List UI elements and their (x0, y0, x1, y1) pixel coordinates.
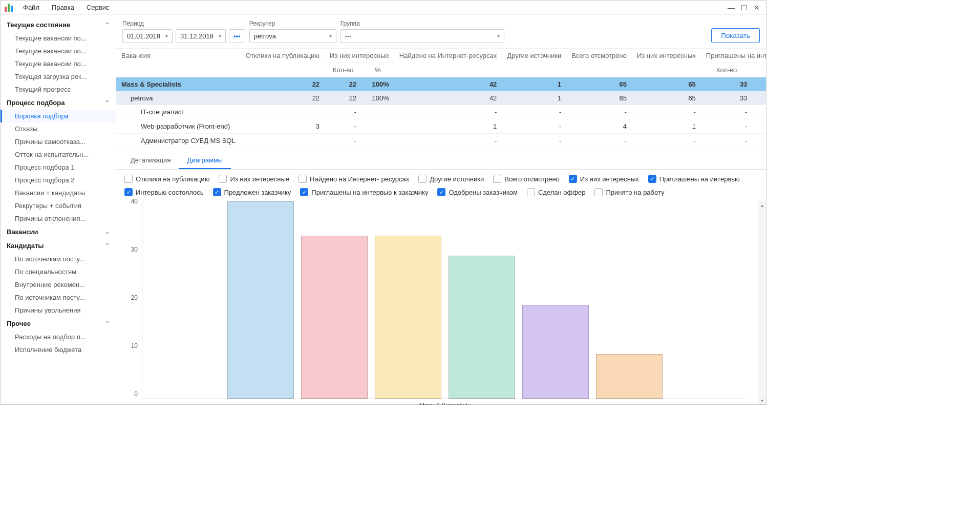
checkbox-icon (418, 175, 427, 183)
chart-plot: Mass & Specialists (142, 201, 748, 399)
recruiter-value: petrova (254, 32, 276, 40)
checkbox-label: Другие источники (430, 175, 484, 183)
chart-bar (227, 201, 294, 399)
sub-pct: % (752, 63, 766, 77)
checkbox-icon (594, 188, 603, 196)
sidebar-item[interactable]: Внутренние рекомен... (1, 278, 116, 291)
series-checkbox[interactable]: Сделан оффер (527, 188, 585, 196)
checkbox-label: Из них интересных (580, 175, 639, 183)
sidebar-item-funnel[interactable]: Воронка подбора (1, 110, 116, 122)
col-other: Другие источники (502, 49, 566, 77)
y-tick-label: 10 (131, 342, 138, 349)
series-checkbox[interactable]: Из них интересные (219, 175, 289, 183)
table-row[interactable]: Mass & Specialists2222100%42165653350%33 (116, 77, 766, 92)
sidebar-group-current[interactable]: Текущее состояние ⌃ (1, 18, 116, 32)
sidebar-item[interactable]: Причины самоотказа... (1, 135, 116, 148)
caret-down-icon: ▾ (329, 33, 332, 39)
recruiter-label: Рекрутер (249, 20, 336, 27)
sidebar-group-label: Прочее (7, 320, 31, 327)
checkbox-icon (124, 175, 133, 183)
checkbox-label: Приглашены на интервью к заказчику (311, 189, 428, 196)
table-row[interactable]: Администратор СУБД MS SQL------- (116, 134, 766, 148)
series-checkbox[interactable]: ✓Приглашены на интервью к заказчику (300, 188, 428, 196)
sidebar-item[interactable]: По источникам посту... (1, 253, 116, 265)
filter-bar: Период 01.01.2018 ▾ 31.12.2018 ▾ ••• (116, 15, 766, 48)
checkbox-label: Одобрены заказчиком (449, 189, 518, 196)
sidebar-item[interactable]: Исполнение бюджета (1, 343, 116, 356)
table-row[interactable]: Web-разработчик (Front-end)3-1-41-- (116, 119, 766, 134)
sidebar-item[interactable]: Текущая загрузка рек... (1, 70, 116, 83)
sidebar-item[interactable]: Причины увольнения (1, 304, 116, 317)
app-logo-icon (5, 4, 13, 12)
sidebar-item[interactable]: Отток на испытательн... (1, 148, 116, 161)
series-checkbox[interactable]: Принято на работу (594, 188, 664, 196)
sidebar-group-label: Кандидаты (7, 242, 44, 250)
series-checkbox[interactable]: ✓Приглашены на интервью (648, 175, 740, 183)
window-maximize-icon[interactable]: ☐ (741, 4, 748, 12)
series-checkbox[interactable]: Найдено на Интернет- ресурсах (299, 175, 409, 183)
sidebar-item[interactable]: Вакансии + кандидаты (1, 187, 116, 199)
sidebar-item[interactable]: Текущий прогресс (1, 83, 116, 96)
series-checkbox[interactable]: Всего отсмотрено (493, 175, 560, 183)
table-row[interactable]: IT-специалист------- (116, 105, 766, 119)
period-more-button[interactable]: ••• (229, 29, 245, 43)
sidebar-group-label: Текущее состояние (7, 21, 70, 29)
col-invited: Приглашены на интервью (701, 49, 766, 63)
chart-bar (522, 305, 589, 399)
y-tick-label: 20 (131, 294, 138, 301)
vertical-scrollbar[interactable]: ▴ ▾ (758, 201, 766, 404)
sidebar-item[interactable]: Рекрутеры + события (1, 199, 116, 212)
table-row[interactable]: petrova2222100%42165653350%33 (116, 91, 766, 105)
sidebar-item[interactable]: Причины отклонения... (1, 212, 116, 225)
sidebar-item[interactable]: По источникам посту... (1, 291, 116, 304)
sidebar-item[interactable]: По специальностям (1, 265, 116, 278)
sidebar-item[interactable]: Расходы на подбор п... (1, 330, 116, 343)
chart-y-axis: 403020100 (121, 201, 140, 394)
recruiter-select[interactable]: petrova ▾ (249, 29, 336, 43)
chevron-up-icon: ⌃ (105, 99, 110, 106)
data-table: Вакансия Отклики на публикацию Из них ин… (116, 49, 766, 148)
checkbox-icon (299, 175, 307, 183)
sidebar-item[interactable]: Текущие вакансии по... (1, 45, 116, 57)
series-checkbox[interactable]: Другие источники (418, 175, 484, 183)
sidebar-item[interactable]: Процесс подбора 2 (1, 174, 116, 187)
sidebar-group-process[interactable]: Процесс подбора ⌃ (1, 96, 116, 110)
sidebar-item[interactable]: Текущие вакансии по... (1, 32, 116, 45)
group-select[interactable]: --- ▾ (340, 29, 504, 43)
y-tick-label: 40 (131, 198, 138, 205)
sidebar-group-other[interactable]: Прочее ⌃ (1, 317, 116, 330)
scroll-down-icon[interactable]: ▾ (761, 398, 763, 403)
window-minimize-icon[interactable]: — (728, 4, 735, 12)
show-button[interactable]: Показать (711, 28, 760, 43)
group-value: --- (345, 32, 352, 40)
series-checkbox[interactable]: Отклики на публикацию (124, 175, 209, 183)
menu-service[interactable]: Сервис (84, 3, 112, 12)
date-from-input[interactable]: 01.01.2018 ▾ (122, 29, 173, 43)
checkbox-label: Принято на работу (606, 189, 664, 196)
series-checkbox[interactable]: ✓Из них интересных (569, 175, 639, 183)
sidebar-item[interactable]: Процесс подбора 1 (1, 161, 116, 174)
scroll-up-icon[interactable]: ▴ (761, 202, 763, 208)
col-found: Найдено на Интернет-ресурсах (394, 49, 502, 77)
sidebar-item[interactable]: Текущие вакансии по... (1, 57, 116, 70)
series-checkbox[interactable]: ✓Предложен заказчику (213, 188, 291, 196)
chevron-up-icon: ⌃ (105, 242, 110, 249)
sidebar-item[interactable]: Отказы (1, 122, 116, 135)
checkbox-label: Из них интересные (230, 175, 289, 183)
sidebar-group-vacancies[interactable]: Вакансии ⌄ (1, 225, 116, 239)
chart-series-checkboxes: Отклики на публикациюИз них интересныеНа… (116, 170, 766, 201)
caret-down-icon: ▾ (165, 33, 168, 39)
checkbox-icon: ✓ (124, 188, 133, 196)
sidebar-group-candidates[interactable]: Кандидаты ⌃ (1, 239, 116, 253)
series-checkbox[interactable]: ✓Интервью состоялось (124, 188, 204, 196)
tab-charts[interactable]: Диаграммы (179, 152, 231, 169)
checkbox-icon: ✓ (569, 175, 577, 183)
menu-file[interactable]: Файл (21, 3, 41, 12)
date-to-input[interactable]: 31.12.2018 ▾ (176, 29, 226, 43)
window-close-icon[interactable]: ✕ (754, 4, 760, 12)
tab-detail[interactable]: Детализация (122, 152, 179, 169)
menu-edit[interactable]: Правка (50, 3, 76, 12)
chart-bar (596, 354, 663, 399)
series-checkbox[interactable]: ✓Одобрены заказчиком (437, 188, 518, 196)
col-reviewed: Всего отсмотрено (566, 49, 632, 77)
